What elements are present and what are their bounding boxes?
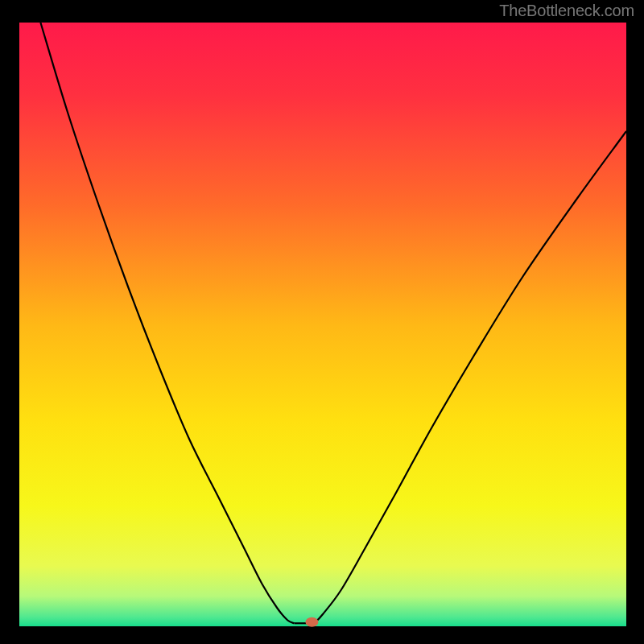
plot-area — [19, 23, 626, 626]
chart-frame: TheBottleneck.com — [0, 0, 644, 644]
watermark-text: TheBottleneck.com — [499, 2, 634, 20]
bottleneck-chart — [0, 0, 644, 644]
minimum-marker — [305, 617, 318, 627]
